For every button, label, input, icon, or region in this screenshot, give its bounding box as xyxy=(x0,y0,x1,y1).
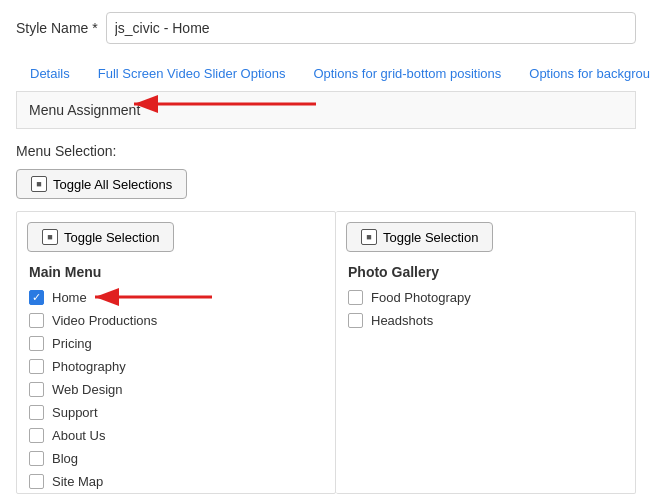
style-name-label: Style Name * xyxy=(16,20,98,36)
home-item-wrapper: Home xyxy=(17,286,335,309)
tab-fullscreen[interactable]: Full Screen Video Slider Options xyxy=(84,58,300,91)
checkbox-web-design[interactable] xyxy=(29,382,44,397)
toggle-selection-label-left: Toggle Selection xyxy=(64,230,159,245)
label-headshots: Headshots xyxy=(371,313,433,328)
menu-item-home[interactable]: Home xyxy=(17,286,335,309)
checkbox-pricing[interactable] xyxy=(29,336,44,351)
label-web-design: Web Design xyxy=(52,382,123,397)
toggle-selection-icon-left xyxy=(42,229,58,245)
photo-gallery-header: Photo Gallery xyxy=(336,260,635,286)
menu-assignment-container: Menu Assignment xyxy=(16,92,636,129)
toggle-selection-button-left[interactable]: Toggle Selection xyxy=(27,222,174,252)
menu-item-food-photograpy[interactable]: Food Photograpy xyxy=(336,286,635,309)
toggle-all-label: Toggle All Selections xyxy=(53,177,172,192)
menu-item-blog[interactable]: Blog xyxy=(17,447,335,470)
tab-details[interactable]: Details xyxy=(16,58,84,91)
columns-row: Toggle Selection Main Menu Home Video Pr… xyxy=(16,211,636,494)
menu-item-web-design[interactable]: Web Design xyxy=(17,378,335,401)
menu-item-about-us[interactable]: About Us xyxy=(17,424,335,447)
checkbox-headshots[interactable] xyxy=(348,313,363,328)
label-about-us: About Us xyxy=(52,428,105,443)
menu-item-photography[interactable]: Photography xyxy=(17,355,335,378)
menu-selection-label: Menu Selection: xyxy=(16,143,636,159)
label-food-photograpy: Food Photograpy xyxy=(371,290,471,305)
checkbox-blog[interactable] xyxy=(29,451,44,466)
checkbox-photography[interactable] xyxy=(29,359,44,374)
label-site-map: Site Map xyxy=(52,474,103,489)
menu-assignment-bar: Menu Assignment xyxy=(16,92,636,129)
tabs-bar: Details Full Screen Video Slider Options… xyxy=(16,58,636,92)
column-main-menu: Toggle Selection Main Menu Home Video Pr… xyxy=(16,211,336,494)
toggle-selection-label-right: Toggle Selection xyxy=(383,230,478,245)
style-name-input[interactable] xyxy=(106,12,636,44)
checkbox-food-photograpy[interactable] xyxy=(348,290,363,305)
menu-item-site-map[interactable]: Site Map xyxy=(17,470,335,493)
label-pricing: Pricing xyxy=(52,336,92,351)
checkbox-home[interactable] xyxy=(29,290,44,305)
style-name-row: Style Name * xyxy=(16,12,636,44)
checkbox-video-productions[interactable] xyxy=(29,313,44,328)
toggle-selection-button-right[interactable]: Toggle Selection xyxy=(346,222,493,252)
label-blog: Blog xyxy=(52,451,78,466)
toggle-all-button[interactable]: Toggle All Selections xyxy=(16,169,187,199)
main-menu-header: Main Menu xyxy=(17,260,335,286)
label-photography: Photography xyxy=(52,359,126,374)
checkbox-about-us[interactable] xyxy=(29,428,44,443)
menu-item-support[interactable]: Support xyxy=(17,401,335,424)
label-home: Home xyxy=(52,290,87,305)
toggle-selection-icon-right xyxy=(361,229,377,245)
label-video-productions: Video Productions xyxy=(52,313,157,328)
menu-item-video-productions[interactable]: Video Productions xyxy=(17,309,335,332)
menu-assignment-text: Menu Assignment xyxy=(29,102,140,118)
checkbox-site-map[interactable] xyxy=(29,474,44,489)
toggle-all-icon xyxy=(31,176,47,192)
menu-item-pricing[interactable]: Pricing xyxy=(17,332,335,355)
checkbox-support[interactable] xyxy=(29,405,44,420)
tab-background[interactable]: Options for backgrou xyxy=(515,58,652,91)
tab-grid-bottom[interactable]: Options for grid-bottom positions xyxy=(299,58,515,91)
label-support: Support xyxy=(52,405,98,420)
column-photo-gallery: Toggle Selection Photo Gallery Food Phot… xyxy=(336,211,636,494)
menu-item-headshots[interactable]: Headshots xyxy=(336,309,635,332)
